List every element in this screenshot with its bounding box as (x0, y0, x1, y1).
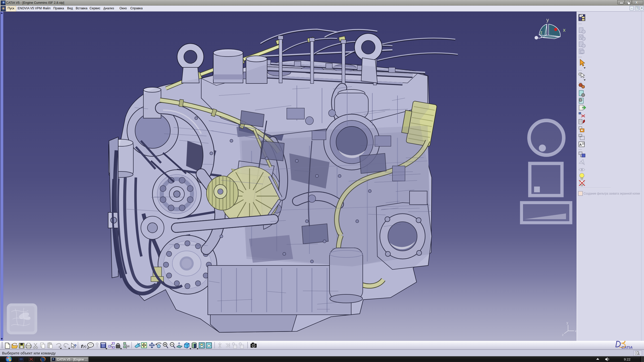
svg-text:CATIA: CATIA (621, 345, 633, 349)
svg-text:x: x (563, 27, 566, 33)
svg-text:A: A (579, 143, 582, 147)
svg-text:?: ? (74, 344, 76, 348)
svg-text:z: z (540, 30, 542, 34)
svg-text:y: y (567, 321, 568, 325)
svg-text:}=: }= (126, 344, 130, 348)
svg-text:z: z (562, 333, 564, 337)
svg-text:Создание фильтра захвата экран: Создание фильтра захвата экранной копии (584, 192, 640, 195)
svg-text:y: y (546, 17, 549, 23)
svg-text:(x): (x) (83, 345, 86, 348)
svg-text:CATIA V5 - [Engine ...: CATIA V5 - [Engine ... (57, 358, 87, 361)
svg-text:15: 15 (582, 142, 585, 145)
svg-text:x: x (575, 329, 577, 333)
svg-text:9:22: 9:22 (624, 357, 630, 361)
